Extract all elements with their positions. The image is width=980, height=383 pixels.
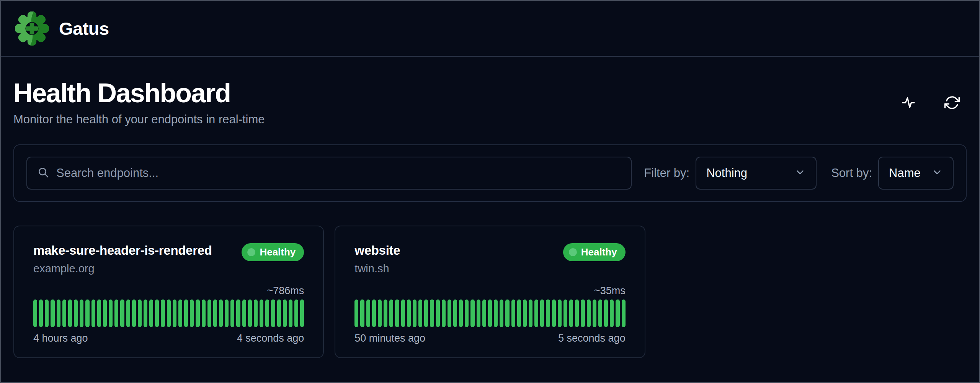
health-check-bar[interactable] [395, 300, 399, 327]
health-check-bar[interactable] [517, 300, 521, 327]
health-check-bar[interactable] [219, 300, 223, 327]
health-check-bar[interactable] [155, 300, 159, 327]
health-check-bar[interactable] [372, 300, 376, 327]
health-check-bar[interactable] [418, 300, 422, 327]
health-check-bar[interactable] [277, 300, 281, 327]
sort-select[interactable]: Name [878, 157, 954, 190]
health-check-bar[interactable] [265, 300, 269, 327]
health-check-bar[interactable] [424, 300, 428, 327]
health-check-bar[interactable] [500, 300, 503, 327]
health-check-bar[interactable] [378, 300, 382, 327]
health-check-bar[interactable] [283, 300, 287, 327]
health-check-bar[interactable] [401, 300, 405, 327]
health-check-bar[interactable] [360, 300, 364, 327]
health-check-bar[interactable] [448, 300, 451, 327]
health-check-bar[interactable] [505, 300, 509, 327]
health-check-bar[interactable] [604, 300, 608, 327]
health-check-bar[interactable] [114, 300, 118, 327]
health-check-bar[interactable] [260, 300, 263, 327]
health-check-bar[interactable] [465, 300, 469, 327]
health-check-bar[interactable] [45, 300, 49, 327]
brand-title[interactable]: Gatus [59, 18, 109, 39]
health-check-bar[interactable] [482, 300, 486, 327]
health-check-bar[interactable] [616, 300, 619, 327]
health-check-bar[interactable] [494, 300, 498, 327]
activity-icon[interactable] [901, 95, 916, 110]
health-check-bar[interactable] [103, 300, 107, 327]
health-check-bar[interactable] [120, 300, 124, 327]
health-check-bar[interactable] [167, 300, 171, 327]
health-check-bar[interactable] [196, 300, 199, 327]
health-check-bar[interactable] [62, 300, 66, 327]
endpoint-name[interactable]: website [354, 243, 400, 258]
health-check-bar[interactable] [430, 300, 434, 327]
health-check-bar[interactable] [51, 300, 54, 327]
filter-select[interactable]: Nothing [696, 157, 817, 190]
health-check-bar[interactable] [598, 300, 602, 327]
health-check-bar[interactable] [523, 300, 527, 327]
health-check-bar[interactable] [558, 300, 562, 327]
health-check-bar[interactable] [442, 300, 446, 327]
health-check-bar[interactable] [610, 300, 614, 327]
health-check-bar[interactable] [587, 300, 591, 327]
health-check-bar[interactable] [225, 300, 229, 327]
health-check-bar[interactable] [581, 300, 585, 327]
health-check-bar[interactable] [384, 300, 387, 327]
health-check-bar[interactable] [138, 300, 142, 327]
health-check-bar[interactable] [39, 300, 43, 327]
health-check-bar[interactable] [453, 300, 457, 327]
health-check-bar[interactable] [109, 300, 113, 327]
health-check-bar[interactable] [546, 300, 550, 327]
health-check-bar[interactable] [173, 300, 176, 327]
health-check-bar[interactable] [622, 300, 626, 327]
refresh-icon[interactable] [944, 95, 960, 110]
search-input[interactable] [56, 157, 621, 189]
health-check-bar[interactable] [575, 300, 579, 327]
health-check-bar[interactable] [436, 300, 440, 327]
health-check-bar[interactable] [407, 300, 411, 327]
health-check-bar[interactable] [552, 300, 556, 327]
health-check-bar[interactable] [242, 300, 246, 327]
health-check-bar[interactable] [85, 300, 89, 327]
search-box[interactable] [26, 157, 632, 190]
health-check-bar[interactable] [91, 300, 95, 327]
health-check-bar[interactable] [511, 300, 515, 327]
endpoint-card[interactable]: make-sure-header-is-rendered example.org… [13, 226, 324, 358]
health-check-bar[interactable] [248, 300, 252, 327]
health-check-bar[interactable] [366, 300, 370, 327]
endpoint-card[interactable]: website twin.sh Healthy ~35ms 50 minutes… [335, 226, 645, 358]
health-check-bar[interactable] [459, 300, 463, 327]
endpoint-name[interactable]: make-sure-header-is-rendered [33, 243, 212, 258]
health-check-bar[interactable] [354, 300, 358, 327]
health-check-bar[interactable] [68, 300, 72, 327]
health-check-bar[interactable] [33, 300, 37, 327]
health-check-bar[interactable] [294, 300, 298, 327]
health-check-bar[interactable] [529, 300, 532, 327]
health-check-bar[interactable] [190, 300, 194, 327]
health-check-bar[interactable] [236, 300, 240, 327]
health-check-bar[interactable] [534, 300, 538, 327]
health-check-bar[interactable] [184, 300, 188, 327]
health-check-bar[interactable] [57, 300, 60, 327]
health-check-bar[interactable] [80, 300, 83, 327]
health-check-bar[interactable] [149, 300, 153, 327]
health-check-bar[interactable] [74, 300, 78, 327]
health-check-bar[interactable] [271, 300, 275, 327]
health-check-bar[interactable] [569, 300, 573, 327]
health-check-bar[interactable] [540, 300, 544, 327]
health-check-bar[interactable] [389, 300, 393, 327]
health-check-bar[interactable] [97, 300, 101, 327]
health-check-bar[interactable] [477, 300, 480, 327]
health-check-bar[interactable] [213, 300, 217, 327]
health-check-bar[interactable] [126, 300, 130, 327]
health-check-bar[interactable] [470, 300, 474, 327]
health-check-bar[interactable] [161, 300, 165, 327]
health-check-bar[interactable] [593, 300, 596, 327]
health-check-bar[interactable] [230, 300, 234, 327]
health-check-bar[interactable] [254, 300, 258, 327]
health-check-bar[interactable] [207, 300, 211, 327]
health-check-bar[interactable] [564, 300, 567, 327]
health-check-bar[interactable] [413, 300, 416, 327]
health-check-bar[interactable] [178, 300, 182, 327]
health-check-bar[interactable] [202, 300, 206, 327]
